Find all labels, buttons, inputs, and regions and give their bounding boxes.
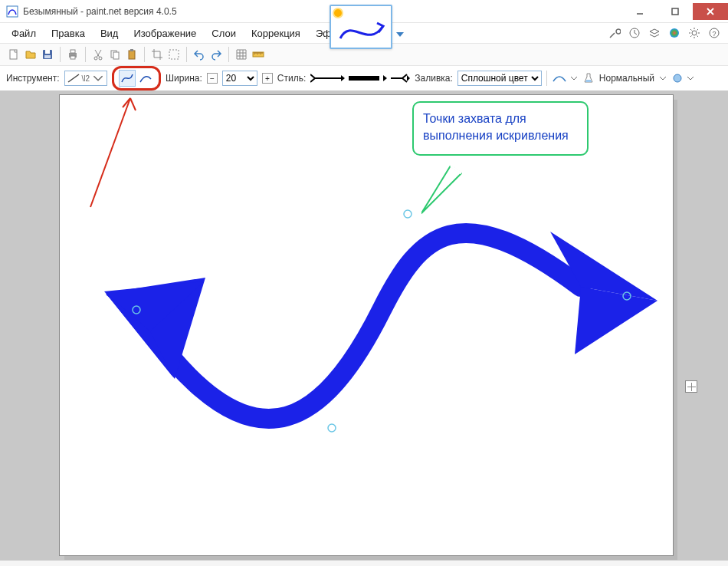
- style-label: Стиль:: [277, 73, 306, 84]
- tools-window-icon[interactable]: [608, 27, 621, 39]
- svg-rect-21: [129, 51, 135, 59]
- move-handle-icon[interactable]: [685, 380, 697, 393]
- fill-label: Заливка:: [415, 73, 453, 84]
- svg-text:?: ?: [713, 30, 717, 38]
- blend-mode-label[interactable]: Нормальный: [599, 73, 654, 84]
- save-icon[interactable]: [41, 48, 54, 61]
- svg-rect-0: [7, 6, 18, 17]
- paste-icon[interactable]: [126, 48, 138, 61]
- image-thumbnail[interactable]: [330, 5, 392, 49]
- app-icon: [6, 5, 18, 18]
- svg-rect-2: [672, 8, 678, 15]
- svg-rect-12: [45, 50, 50, 54]
- svg-point-18: [99, 57, 102, 60]
- svg-point-17: [94, 57, 97, 60]
- menu-view[interactable]: Вид: [93, 25, 126, 42]
- svg-rect-13: [44, 55, 51, 58]
- ruler-icon[interactable]: [252, 48, 264, 61]
- cut-icon[interactable]: [92, 48, 104, 61]
- callout-text: Точки захвата для выполнения искривления: [423, 112, 569, 142]
- tool-label: Инструмент:: [6, 73, 60, 84]
- svg-point-6: [670, 28, 679, 38]
- svg-rect-15: [71, 50, 75, 53]
- svg-point-37: [404, 210, 412, 218]
- crop-icon[interactable]: [151, 48, 163, 61]
- utility-icons: ?: [608, 27, 720, 39]
- width-decrease-button[interactable]: −: [207, 73, 218, 84]
- minimize-button[interactable]: [622, 3, 657, 20]
- menu-adjustments[interactable]: Коррекция: [244, 25, 307, 42]
- selection-mode-group[interactable]: [671, 72, 694, 84]
- arrow-style-preview: [310, 73, 410, 84]
- copy-icon[interactable]: [109, 48, 121, 61]
- chevron-down-icon: [687, 74, 694, 82]
- spline-curve-button[interactable]: [119, 70, 136, 87]
- bezier-curve-button[interactable]: [137, 70, 154, 87]
- layers-window-icon[interactable]: [648, 27, 661, 39]
- selection-mode-icon: [671, 72, 684, 84]
- chevron-down-icon: [659, 74, 667, 82]
- tool-selector[interactable]: \l2: [64, 71, 108, 86]
- callout-tail: [421, 166, 467, 216]
- maximize-button[interactable]: [657, 3, 693, 20]
- line-style-group[interactable]: [310, 73, 410, 84]
- line-tool-icon: [67, 73, 80, 84]
- thumbnail-preview: [337, 15, 386, 46]
- window-title: Безымянный - paint.net версия 4.0.5: [23, 6, 177, 17]
- width-increase-button[interactable]: +: [262, 73, 273, 84]
- print-icon[interactable]: [67, 48, 79, 61]
- annotation-callout: Точки захвата для выполнения искривления: [412, 101, 589, 156]
- svg-rect-16: [71, 56, 75, 59]
- menu-layers[interactable]: Слои: [205, 25, 243, 42]
- svg-rect-25: [349, 76, 379, 81]
- svg-rect-22: [130, 49, 133, 51]
- undo-icon[interactable]: [193, 48, 205, 61]
- chevron-down-icon: [570, 74, 578, 82]
- canvas-drawing: [60, 95, 673, 555]
- help-icon[interactable]: ?: [708, 27, 720, 39]
- canvas[interactable]: Точки захвата для выполнения искривления: [60, 95, 673, 555]
- chevron-down-icon: [91, 73, 105, 84]
- svg-point-36: [328, 424, 336, 432]
- curve-type-group: [112, 66, 161, 90]
- new-file-icon[interactable]: [8, 48, 20, 61]
- svg-rect-10: [10, 50, 17, 59]
- svg-rect-20: [113, 52, 119, 59]
- tool-options-bar: Инструмент: \l2 Ширина: − 20 + Стиль: За…: [0, 66, 728, 90]
- history-window-icon[interactable]: [628, 27, 641, 39]
- menu-edit[interactable]: Правка: [44, 25, 92, 42]
- close-button[interactable]: [693, 3, 728, 20]
- antialias-group[interactable]: [552, 72, 578, 84]
- menu-image[interactable]: Изображение: [126, 25, 203, 42]
- svg-point-7: [692, 31, 697, 35]
- menu-file[interactable]: Файл: [5, 25, 43, 42]
- svg-point-26: [674, 74, 681, 82]
- tool-value: \l2: [82, 74, 90, 83]
- grid-icon[interactable]: [235, 48, 248, 61]
- thumbnail-dropdown-icon[interactable]: [395, 29, 405, 40]
- antialias-icon: [552, 72, 567, 84]
- deselect-icon[interactable]: [168, 48, 180, 61]
- width-select[interactable]: 20: [222, 71, 257, 86]
- open-file-icon[interactable]: [25, 48, 37, 61]
- flask-icon[interactable]: [582, 72, 595, 84]
- colors-window-icon[interactable]: [668, 27, 680, 39]
- settings-icon[interactable]: [688, 27, 700, 39]
- svg-rect-23: [169, 50, 179, 59]
- redo-icon[interactable]: [210, 48, 222, 61]
- statusbar: Смещение: 642 × 5 , длина: 945,10 пиксел…: [0, 560, 728, 566]
- width-label: Ширина:: [166, 73, 202, 84]
- workspace: Точки захвата для выполнения искривления: [0, 90, 728, 560]
- fill-select[interactable]: Сплошной цвет: [457, 71, 542, 86]
